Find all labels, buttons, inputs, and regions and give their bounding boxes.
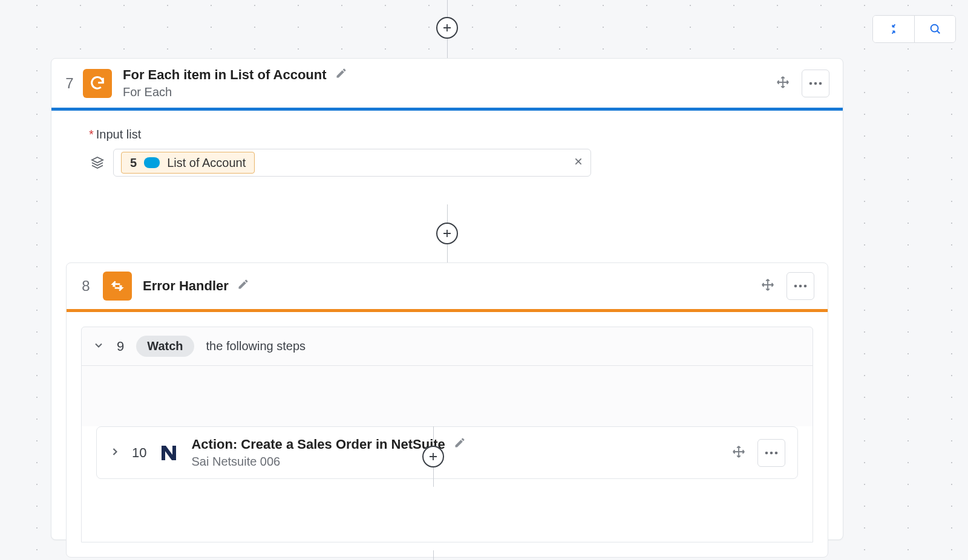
edit-title-button[interactable] [335,67,347,83]
move-icon [761,278,774,291]
datapill-step: 5 [130,156,137,170]
add-step-button[interactable] [436,17,458,39]
netsuite-icon [157,441,180,464]
svg-point-9 [770,451,773,454]
move-handle[interactable] [757,275,778,298]
step-subtitle: For Each [123,85,773,99]
field-label: *Input list [89,128,825,142]
dots-icon [794,284,807,288]
dots-icon [765,451,778,455]
dots-icon [809,82,822,85]
edit-title-button[interactable] [237,278,249,294]
step-number: 8 [77,278,94,295]
move-handle[interactable] [728,441,749,464]
step-title: Action: Create a Sales Order in NetSuite [191,437,445,452]
chevron-down-icon [93,339,105,351]
step-subtitle: Sai Netsuite 006 [191,455,728,469]
input-list-field[interactable]: 5 List of Account [113,149,591,177]
svg-point-3 [819,82,822,85]
move-icon [732,445,745,458]
watch-block: 9 Watch the following steps 10 [81,327,813,542]
pencil-icon [335,67,347,79]
more-button[interactable] [802,70,829,97]
clear-input-button[interactable] [574,157,583,169]
foreach-icon [83,69,112,98]
step-card-netsuite: 10 Action: Create a Sales Order in NetSu… [96,426,798,479]
layers-icon[interactable] [89,155,106,170]
step-number: 10 [132,445,146,461]
move-icon [776,76,790,89]
step-number: 9 [117,339,124,354]
salesforce-icon [144,157,160,168]
step-card-error-handler: 8 Error Handler [66,262,828,558]
svg-point-1 [809,82,813,85]
expand-toggle[interactable] [109,446,121,460]
close-icon [574,157,583,166]
step-title: Error Handler [143,278,229,294]
collapse-toggle[interactable] [93,339,105,354]
error-handler-icon [103,272,132,301]
edit-title-button[interactable] [454,437,466,452]
svg-point-2 [814,82,817,85]
step-number: 7 [61,75,78,92]
chevron-right-icon [109,446,121,458]
svg-point-10 [775,451,778,454]
datapill-text: List of Account [167,156,246,170]
svg-point-6 [804,285,807,288]
step-title: For Each item in List of Account [123,67,327,83]
pencil-icon [237,278,249,290]
accent-bar [67,309,828,312]
watch-text: the following steps [206,339,306,353]
add-step-button[interactable] [436,223,458,244]
move-handle[interactable] [773,72,793,95]
add-step-button[interactable] [422,446,444,467]
datapill[interactable]: 5 List of Account [121,152,255,174]
more-button[interactable] [786,272,814,300]
watch-badge: Watch [136,336,194,357]
svg-point-5 [799,285,802,288]
more-button[interactable] [757,439,785,467]
connector-line [433,550,434,560]
pencil-icon [454,437,466,449]
svg-point-4 [794,285,797,288]
svg-point-8 [765,451,768,454]
